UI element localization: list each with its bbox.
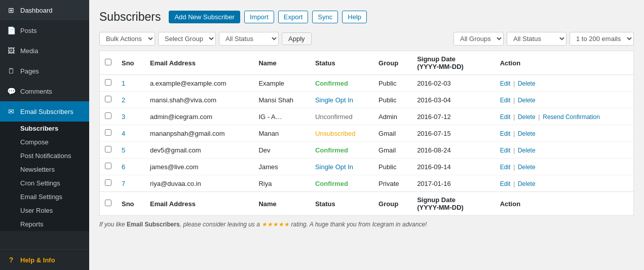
sno-link[interactable]: 3 [122,113,125,121]
cell-name: Example [253,75,310,92]
footer-sno: Sno [117,192,145,216]
action-edit[interactable]: Edit [500,113,511,121]
cell-date: 2016-09-14 [412,159,495,175]
action-delete[interactable]: Delete [518,113,536,121]
footer-select-all-checkbox[interactable] [105,200,111,206]
sidebar-item-media[interactable]: 🖼 Media [0,41,89,61]
table-row: 1a.example@example.comExampleConfirmedPu… [100,75,633,92]
row-checkbox-2[interactable] [105,112,111,119]
table-row: 7riya@duvaa.co.inRiyaConfirmedPrivate201… [100,175,633,192]
action-edit[interactable]: Edit [500,130,511,137]
sidebar-item-comments[interactable]: 💬 Comments [0,81,89,101]
action-delete[interactable]: Delete [518,164,536,171]
media-icon: 🖼 [6,46,16,56]
row-checkbox-3[interactable] [105,129,111,136]
sno-link[interactable]: 4 [122,130,125,137]
footer-cb [100,192,117,216]
col-action: Action [495,51,633,75]
cell-sno: 5 [117,142,145,159]
cell-group: Admin [373,108,412,125]
action-delete[interactable]: Delete [518,80,536,87]
cell-date: 2017-01-16 [412,175,495,192]
all-status-select[interactable]: All Status Confirmed Unconfirmed Single … [219,32,279,46]
main-content: Subscribers Add New Subscriber Import Ex… [89,0,644,270]
import-button[interactable]: Import [244,11,274,23]
bulk-actions-select[interactable]: Bulk Actions Delete [99,32,155,46]
row-checkbox-5[interactable] [105,163,111,169]
cell-email: admin@icegram.com [145,108,253,125]
select-all-checkbox[interactable] [105,59,111,65]
sno-link[interactable]: 7 [122,180,125,187]
apply-button[interactable]: Apply [282,32,312,45]
subscribers-table-wrap: Sno Email Address Name Status Group Sign… [99,51,634,216]
range-select[interactable]: 1 to 200 emails 1 to 100 emails 1 to 50 … [570,32,634,46]
action-delete[interactable]: Delete [518,130,536,137]
all-groups-right-select[interactable]: All Groups Public Admin Gmail Private [453,32,504,46]
toolbar: Bulk Actions Delete Select Group Public … [99,32,634,46]
sidebar-item-user-roles[interactable]: User Roles [20,204,89,217]
sidebar-item-pages[interactable]: 🗒 Pages [0,61,89,81]
pages-icon: 🗒 [6,66,16,76]
sidebar-item-newsletters[interactable]: Newsletters [20,163,89,176]
row-checkbox-0[interactable] [105,79,111,86]
cell-sno: 4 [117,125,145,142]
page-title: Subscribers [99,10,161,24]
footer-status: Status [310,192,373,216]
cell-status: Unsubscribed [310,125,373,142]
cell-date: 2016-08-24 [412,142,495,159]
action-edit[interactable]: Edit [500,164,511,171]
action-delete[interactable]: Delete [518,180,536,187]
sidebar-submenu: Subscribers Compose Post Notifications N… [0,122,89,231]
sidebar-item-email-subscribers[interactable]: ✉ Email Subscribers [0,101,89,122]
action-edit[interactable]: Edit [500,180,511,187]
cell-status: Confirmed [310,142,373,159]
sidebar-item-help[interactable]: ? Help & Info [0,249,89,270]
cell-sno: 7 [117,175,145,192]
sidebar-item-reports[interactable]: Reports [20,217,89,231]
row-checkbox-4[interactable] [105,146,111,152]
cell-group: Public [373,92,412,108]
sidebar-item-subscribers[interactable]: Subscribers [20,122,89,135]
cell-email: james@live.com [145,159,253,175]
action-delete[interactable]: Delete [518,147,536,154]
cell-date: 2016-07-12 [412,108,495,125]
sidebar-item-email-settings[interactable]: Email Settings [20,190,89,204]
sidebar-item-posts[interactable]: 📄 Posts [0,20,89,41]
sidebar-item-label: Media [20,47,38,55]
email-subscribers-icon: ✉ [6,106,16,117]
add-new-subscriber-button[interactable]: Add New Subscriber [169,11,240,23]
cell-group: Gmail [373,125,412,142]
action-edit[interactable]: Edit [500,80,511,87]
table-row: 4mananpshah@gmail.comMananUnsubscribedGm… [100,125,633,142]
page-header: Subscribers Add New Subscriber Import Ex… [99,10,634,24]
cell-action: Edit | Delete [495,125,633,142]
sno-link[interactable]: 2 [122,96,125,104]
row-checkbox-6[interactable] [105,179,111,186]
sidebar-item-post-notifications[interactable]: Post Notifications [20,149,89,163]
select-group-select[interactable]: Select Group Public Admin Gmail Private [158,32,216,46]
action-delete[interactable]: Delete [518,97,536,104]
sno-link[interactable]: 5 [122,146,125,154]
cell-name: Riya [253,175,310,192]
cell-sno: 1 [117,75,145,92]
sidebar-help-label: Help & Info [20,256,55,264]
footer-action: Action [495,192,633,216]
cell-group: Private [373,175,412,192]
export-button[interactable]: Export [278,11,309,23]
cell-date: 2016-02-03 [412,75,495,92]
sync-button[interactable]: Sync [312,11,338,23]
sno-link[interactable]: 1 [122,80,125,87]
cell-status: Single Opt In [310,92,373,108]
sidebar-item-dashboard[interactable]: ⊞ Dashboard [0,0,89,20]
sidebar-item-label: Posts [20,27,37,34]
col-sno: Sno [117,51,145,75]
action-resend-confirmation[interactable]: Resend Confirmation [543,113,600,121]
sno-link[interactable]: 6 [122,163,125,171]
sidebar-item-cron-settings[interactable]: Cron Settings [20,176,89,190]
sidebar-item-compose[interactable]: Compose [20,135,89,149]
help-button[interactable]: Help [342,11,367,23]
all-status-right-select[interactable]: All Status Confirmed Unconfirmed Single … [507,32,566,46]
row-checkbox-1[interactable] [105,96,111,102]
action-edit[interactable]: Edit [500,147,511,154]
action-edit[interactable]: Edit [500,97,511,104]
